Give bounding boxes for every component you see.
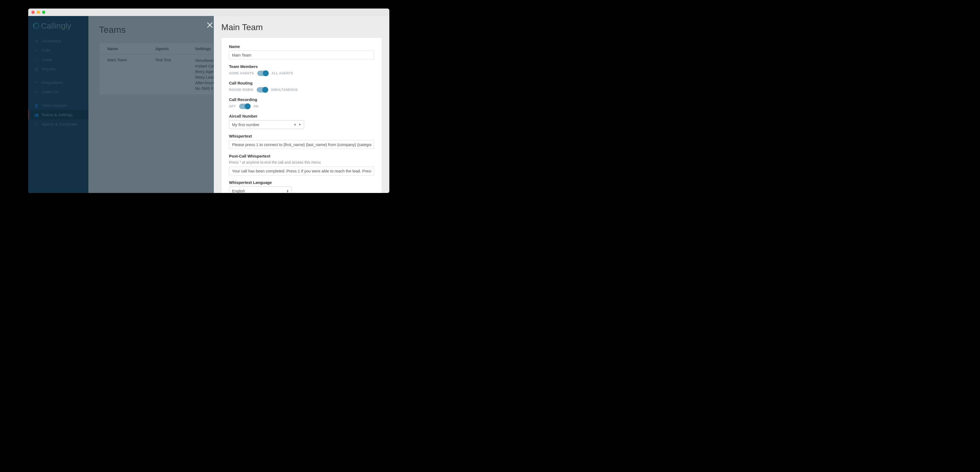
team-members-toggle[interactable] — [257, 71, 269, 76]
chevron-down-icon: ▼ — [299, 123, 301, 126]
post-whispertext-label: Post-Call Whispertext — [229, 154, 374, 158]
toggle-right-label: On — [253, 104, 259, 108]
team-edit-panel: Main Team Name Team Members Some Agents … — [214, 16, 389, 193]
toggle-left-label: Some Agents — [229, 72, 254, 75]
call-recording-toggle[interactable] — [239, 104, 250, 109]
select-value: English — [232, 189, 286, 193]
post-whispertext-help: Press * at anytime to end the call and a… — [229, 160, 374, 164]
call-routing-toggle[interactable] — [257, 87, 268, 92]
sort-icon: ▲▼ — [286, 190, 289, 193]
aircall-number-select[interactable]: My first number ✕ ▼ — [229, 120, 304, 129]
close-icon[interactable] — [205, 21, 214, 29]
whispertext-label: Whispertext — [229, 134, 374, 138]
app-window: Callingly ◔ Dashboard ✆ Calls ◯ Leads ▥ … — [28, 8, 389, 193]
team-members-label: Team Members — [229, 64, 374, 69]
window-close-dot[interactable] — [32, 11, 35, 14]
call-recording-label: Call Recording — [229, 97, 374, 102]
whispertext-language-select[interactable]: English ▲▼ — [229, 187, 292, 193]
toggle-right-label: All Agents — [272, 72, 293, 75]
name-label: Name — [229, 44, 374, 49]
whispertext-language-label: Whispertext Language — [229, 180, 374, 185]
toggle-right-label: Simultaneous — [271, 88, 298, 92]
select-value: My first number — [232, 122, 294, 127]
toggle-left-label: Off — [229, 104, 236, 108]
clear-icon[interactable]: ✕ — [294, 123, 296, 127]
call-routing-label: Call Routing — [229, 81, 374, 85]
panel-body: Name Team Members Some Agents All Agents… — [221, 38, 382, 193]
window-zoom-dot[interactable] — [42, 11, 45, 14]
post-whispertext-input[interactable] — [229, 167, 374, 175]
window-minimize-dot[interactable] — [37, 11, 40, 14]
panel-title: Main Team — [214, 16, 389, 38]
whispertext-input[interactable] — [229, 140, 374, 149]
toggle-left-label: Round Robin — [229, 88, 253, 92]
close-icon-svg — [206, 22, 213, 29]
name-input[interactable] — [229, 51, 374, 59]
aircall-number-label: Aircall Number — [229, 114, 374, 118]
window-titlebar — [28, 8, 389, 16]
